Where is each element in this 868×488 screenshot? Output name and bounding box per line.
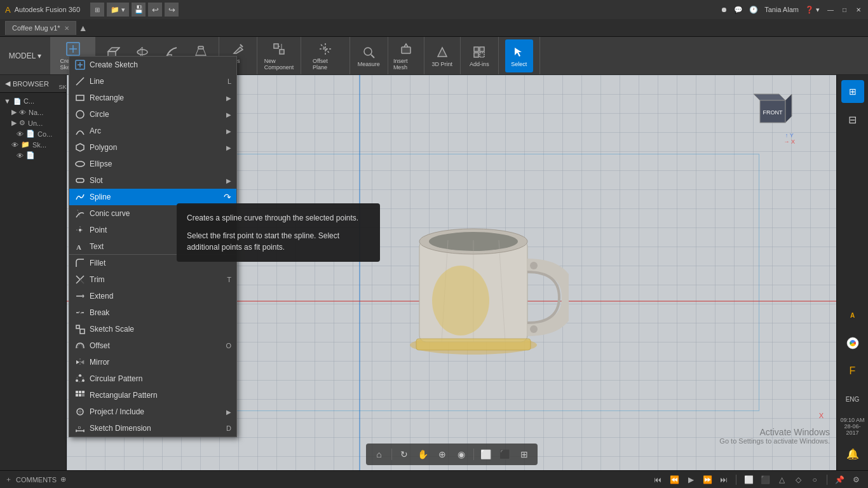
autodesk-icon[interactable]: A [841, 304, 864, 327]
zoom-fit-btn[interactable]: ⊕ [434, 446, 451, 463]
comments-add-icon[interactable]: ⊕ [60, 475, 66, 484]
pan-btn[interactable]: ✋ [415, 446, 431, 463]
create-sketch-menu-icon [74, 59, 86, 71]
prev-btn[interactable]: ⏮ [651, 473, 665, 487]
svg-point-73 [76, 379, 78, 382]
browser-item-named-views[interactable]: ▶👁Na... [10, 107, 64, 118]
right-search-btn[interactable]: ⊟ [841, 108, 864, 131]
menu-trim[interactable]: Trim T [69, 271, 236, 288]
text-icon: A [74, 241, 86, 252]
menu-ellipse[interactable]: Ellipse [69, 156, 236, 172]
notifications-btn[interactable]: 🔔 [841, 442, 864, 465]
maximize-tab-icon[interactable]: ▲ [79, 23, 88, 33]
menu-sketch-dimension[interactable]: D Sketch Dimension D [69, 420, 236, 437]
menu-line[interactable]: Line L [69, 73, 236, 90]
browser-item-sub2[interactable]: 👁📁Sk... [10, 139, 64, 150]
menu-offset[interactable]: Offset O [69, 337, 236, 354]
browser-item-sub3[interactable]: 👁📄 [15, 150, 64, 161]
help-btn[interactable]: ❓ ▾ [805, 6, 820, 14]
select-btn[interactable]: Select [505, 39, 533, 72]
effects-btn[interactable]: ⬛ [497, 446, 513, 463]
view-cube[interactable]: FRONT ↑ Y → X [747, 88, 798, 139]
display-mode-btn[interactable]: ⬜ [478, 446, 494, 463]
file-menu-btn[interactable]: 📁 ▾ [107, 3, 129, 17]
menu-break[interactable]: Break [69, 304, 236, 321]
menu-arc[interactable]: Arc ▶ [69, 123, 236, 139]
sim-view-btn[interactable]: ○ [808, 473, 822, 487]
svg-rect-12 [274, 44, 278, 48]
sculpt-view-btn[interactable]: ⬛ [758, 473, 772, 487]
menu-create-sketch[interactable]: Create Sketch [69, 57, 236, 73]
model-view-btn[interactable]: ⬜ [742, 473, 756, 487]
svg-line-18 [321, 44, 330, 53]
fusion-icon[interactable]: F [841, 360, 864, 383]
play-btn[interactable]: ▶ [684, 473, 698, 487]
maximize-btn[interactable]: □ [840, 5, 849, 14]
sketch-view-btn[interactable]: △ [775, 473, 789, 487]
browser-item-sub1[interactable]: 👁📄Co... [15, 128, 64, 139]
menu-sketch-scale[interactable]: Sketch Scale [69, 321, 236, 337]
insert-section: Insert Mesh INSERT ▾ [388, 37, 424, 74]
menu-extend[interactable]: Extend [69, 288, 236, 304]
menu-polygon[interactable]: Polygon ▶ [69, 139, 236, 156]
trim-icon [74, 274, 86, 285]
menu-circular-pattern[interactable]: Circular Pattern [69, 370, 236, 387]
tab-close-icon[interactable]: ✕ [64, 25, 69, 32]
user-label[interactable]: Tania Alam [764, 6, 799, 13]
arc-icon [74, 125, 86, 137]
svg-marker-48 [76, 144, 84, 151]
sidebar-collapse-icon[interactable]: ◀ [5, 79, 10, 88]
collapse-arrow-icon: ▼ [4, 97, 11, 105]
menu-mirror[interactable]: Mirror [69, 354, 236, 370]
orbit-btn[interactable]: ↻ [396, 446, 412, 463]
feature-view-btn[interactable]: ◇ [791, 473, 805, 487]
assemble-btn[interactable]: New Component [265, 39, 293, 72]
svg-text:A: A [76, 243, 81, 251]
close-btn[interactable]: ✕ [854, 5, 863, 14]
browser-item-root[interactable]: ▼ 📄 C... [3, 95, 64, 107]
look-at-btn[interactable]: ◉ [453, 446, 470, 463]
menu-rectangle[interactable]: Rectangle ▶ [69, 90, 236, 106]
svg-line-68 [79, 329, 80, 329]
record-icon[interactable]: ⏺ [721, 6, 728, 13]
model-label[interactable]: MODEL ▾ [9, 51, 42, 60]
step-back-btn[interactable]: ⏪ [667, 473, 681, 487]
tab-coffee-mug[interactable]: Coffee Mug v1* ✕ [5, 21, 76, 35]
insert-btn[interactable]: Insert Mesh [392, 39, 420, 72]
addins-btn[interactable]: Add-ins [465, 39, 493, 72]
minimize-btn[interactable]: — [826, 5, 835, 14]
menu-rectangular-pattern[interactable]: Rectangular Pattern [69, 387, 236, 403]
settings-btn[interactable]: ⚙ [849, 473, 863, 487]
windows-start-btn[interactable]: ⊞ [841, 80, 864, 103]
menu-slot[interactable]: Slot ▶ [69, 172, 236, 189]
save-btn[interactable]: 💾 [132, 3, 146, 17]
break-icon [74, 307, 86, 318]
model-selector[interactable]: MODEL ▾ [0, 37, 51, 74]
toolbar-grid-btn[interactable]: ⊞ [90, 3, 104, 17]
menu-circle[interactable]: Circle ▶ [69, 106, 236, 123]
svg-rect-78 [79, 394, 81, 396]
chat-icon[interactable]: 💬 [734, 6, 743, 14]
browser-item-units[interactable]: ▶⚙Un... [10, 118, 64, 128]
svg-point-72 [82, 379, 85, 382]
undo-btn[interactable]: ↩ [148, 3, 162, 17]
end-btn[interactable]: ⏭ [717, 473, 731, 487]
make-btn[interactable]: 3D Print [428, 39, 456, 72]
redo-btn[interactable]: ↪ [165, 3, 179, 17]
inspect-btn[interactable]: Measure [355, 39, 383, 72]
svg-rect-22 [474, 47, 478, 51]
step-fwd-btn[interactable]: ⏩ [700, 473, 714, 487]
menu-project-include[interactable]: Project / Include ▶ [69, 403, 236, 420]
bottom-toolbar: ⏮ ⏪ ▶ ⏩ ⏭ ⬜ ⬛ △ ◇ ○ 📌 ⚙ [651, 473, 863, 487]
comments-plus-icon[interactable]: ＋ [5, 475, 12, 484]
home-view-btn[interactable]: ⌂ [371, 446, 388, 463]
grid-btn[interactable]: ⊞ [516, 446, 532, 463]
clock-icon[interactable]: 🕐 [749, 6, 758, 14]
svg-line-65 [79, 311, 81, 314]
construct-btn[interactable]: Offset Plane [311, 39, 339, 72]
tooltip-line2: Select the first point to start the spli… [187, 230, 370, 253]
app-title: Autodesk Fusion 360 [15, 6, 80, 13]
pin-btn[interactable]: 📌 [832, 473, 846, 487]
google-icon[interactable] [841, 332, 864, 355]
bottom-right-icon[interactable]: ENG [841, 388, 864, 410]
